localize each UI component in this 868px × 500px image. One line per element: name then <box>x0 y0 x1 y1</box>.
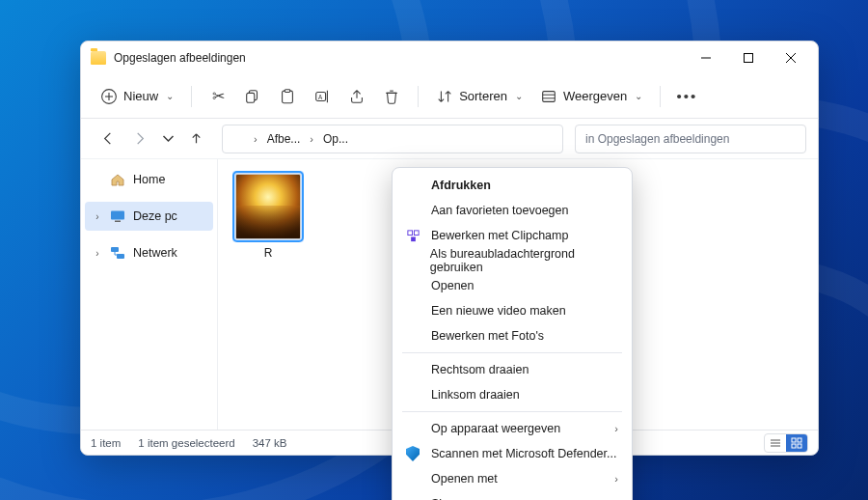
delete-icon <box>383 88 400 105</box>
rename-button[interactable]: A <box>306 80 339 113</box>
sort-label: Sorteren <box>459 89 507 103</box>
ctx-item-label: Rechtsom draaien <box>431 363 529 376</box>
minimize-icon <box>700 52 712 64</box>
sidebar-item-network[interactable]: › Netwerk <box>85 238 213 267</box>
svg-rect-29 <box>798 444 801 448</box>
sidebar-item-home[interactable]: Home <box>85 165 213 194</box>
ctx-item[interactable]: Share on› <box>393 491 632 500</box>
svg-rect-30 <box>407 230 412 235</box>
ctx-item-label: Aan favorieten toevoegen <box>431 204 568 217</box>
view-label: Weergeven <box>563 89 627 103</box>
details-view-button[interactable] <box>765 434 786 452</box>
search-placeholder: in Opgeslagen afbeeldingen <box>585 132 729 146</box>
breadcrumb-item[interactable]: Afbe... <box>265 130 303 148</box>
ctx-item[interactable]: Linksom draaien <box>393 382 632 407</box>
close-button[interactable] <box>770 43 812 72</box>
thumbnails-view-button[interactable] <box>786 434 807 452</box>
chevron-down-icon: ⌄ <box>515 91 523 101</box>
svg-rect-8 <box>247 93 255 102</box>
sidebar-label: Home <box>133 173 165 186</box>
ctx-item[interactable]: Bewerken met Clipchamp <box>393 223 632 248</box>
breadcrumb-item[interactable]: Op... <box>321 130 350 148</box>
maximize-icon <box>743 52 754 64</box>
share-button[interactable] <box>340 80 373 113</box>
minimize-button[interactable] <box>685 43 727 72</box>
folder-icon <box>231 132 246 145</box>
separator <box>402 352 622 353</box>
chevron-right-icon: › <box>614 473 618 485</box>
delete-button[interactable] <box>375 80 408 113</box>
cut-icon: ✂ <box>209 88 227 105</box>
svg-rect-1 <box>745 54 753 63</box>
ctx-item-label: Openen met <box>431 472 498 486</box>
window-title: Opgeslagen afbeeldingen <box>114 51 685 65</box>
clipchamp-icon <box>404 229 421 243</box>
view-button[interactable]: Weergeven ⌄ <box>532 80 650 113</box>
up-button[interactable] <box>181 125 210 153</box>
explorer-window: Opgeslagen afbeeldingen Nieuw ⌄ ✂ <box>80 41 819 456</box>
paste-icon <box>279 88 296 105</box>
status-size: 347 kB <box>253 437 287 449</box>
sidebar-item-thispc[interactable]: › Deze pc <box>85 202 213 231</box>
svg-rect-19 <box>111 211 124 220</box>
ctx-item[interactable]: Rechtsom draaien <box>393 357 632 382</box>
grid-icon <box>791 437 802 449</box>
ctx-item-label: Op apparaat weergeven <box>431 422 560 435</box>
toolbar: Nieuw ⌄ ✂ A Sorteren ⌄ Weergeven ⌄ <box>81 74 818 119</box>
sidebar-label: Deze pc <box>133 209 177 223</box>
ctx-item[interactable]: Aan favorieten toevoegen <box>393 198 632 223</box>
back-button[interactable] <box>93 125 122 153</box>
separator <box>402 411 622 412</box>
new-icon <box>100 88 118 105</box>
maximize-button[interactable] <box>727 43 770 72</box>
forward-button[interactable] <box>125 125 154 153</box>
chevron-right-icon: › <box>93 248 102 259</box>
search-input[interactable]: in Opgeslagen afbeeldingen <box>575 125 806 153</box>
folder-icon <box>91 51 106 65</box>
svg-rect-21 <box>111 247 119 252</box>
address-bar[interactable]: › Afbe... › Op... <box>222 125 563 153</box>
svg-rect-16 <box>543 91 556 101</box>
status-item-count: 1 item <box>91 437 121 449</box>
copy-button[interactable] <box>236 80 269 113</box>
chevron-right-icon: › <box>250 133 261 145</box>
view-icon <box>540 88 557 105</box>
chevron-down-icon <box>161 131 176 146</box>
ctx-item-label: Openen <box>431 279 474 292</box>
ctx-item-label: Een nieuwe video maken <box>431 304 566 318</box>
forward-icon <box>133 131 148 146</box>
new-button[interactable]: Nieuw ⌄ <box>93 80 181 113</box>
svg-rect-31 <box>414 230 419 235</box>
recent-button[interactable] <box>158 125 177 153</box>
more-icon: ••• <box>678 88 695 105</box>
context-menu: AfdrukkenAan favorieten toevoegenBewerke… <box>392 167 633 500</box>
copy-icon <box>244 88 261 105</box>
cut-button[interactable]: ✂ <box>202 80 234 113</box>
title-bar: Opgeslagen afbeeldingen <box>81 42 818 74</box>
svg-text:A: A <box>318 93 323 99</box>
pc-icon <box>110 208 125 224</box>
sidebar-label: Netwerk <box>133 246 177 260</box>
ctx-item[interactable]: Openen <box>393 273 632 298</box>
ctx-item[interactable]: Als bureaubladachtergrond gebruiken <box>393 248 632 273</box>
share-icon <box>348 88 366 105</box>
more-button[interactable]: ••• <box>670 80 703 113</box>
ctx-item[interactable]: Bewerken met Foto's <box>393 323 632 348</box>
new-label: Nieuw <box>123 89 158 103</box>
ctx-item-label: Bewerken met Clipchamp <box>431 229 568 242</box>
chevron-down-icon: ⌄ <box>635 91 642 101</box>
view-switcher[interactable] <box>764 433 808 453</box>
back-icon <box>100 131 115 146</box>
sort-button[interactable]: Sorteren ⌄ <box>428 80 530 113</box>
paste-button[interactable] <box>271 80 304 113</box>
ctx-item[interactable]: Openen met› <box>393 466 632 491</box>
sort-icon <box>436 88 453 105</box>
ctx-item[interactable]: Op apparaat weergeven› <box>393 416 632 441</box>
svg-rect-27 <box>798 438 801 442</box>
ctx-item[interactable]: Scannen met Microsoft Defender... <box>393 441 632 466</box>
chevron-right-icon: › <box>614 423 618 434</box>
ctx-item[interactable]: Een nieuwe video maken <box>393 298 632 323</box>
file-item[interactable]: R <box>230 171 307 260</box>
ctx-item[interactable]: Afdrukken <box>393 173 632 198</box>
chevron-right-icon: › <box>306 133 317 145</box>
